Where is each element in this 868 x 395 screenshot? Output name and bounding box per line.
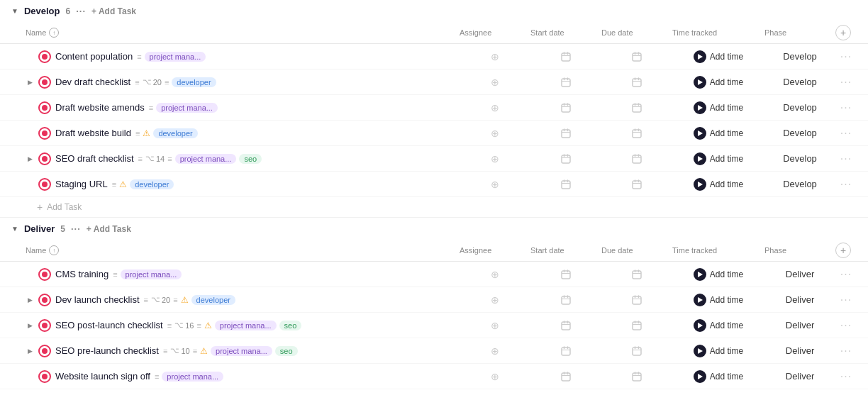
due-date-cell[interactable] bbox=[601, 269, 672, 279]
add-task-row-deliver[interactable]: + Add Task bbox=[0, 389, 868, 395]
section-more-deliver[interactable]: ··· bbox=[71, 223, 81, 234]
expand-button[interactable]: ▶ bbox=[26, 296, 34, 304]
tag-green[interactable]: seo bbox=[239, 154, 262, 164]
expand-button[interactable]: ▶ bbox=[26, 321, 34, 330]
phase-cell[interactable]: Deliver bbox=[764, 345, 835, 356]
calendar-icon[interactable] bbox=[561, 154, 571, 164]
more-options-cell[interactable]: ··· bbox=[835, 268, 857, 281]
add-column-btn-deliver[interactable]: + bbox=[835, 243, 857, 258]
phase-cell[interactable]: Develop bbox=[764, 77, 835, 87]
task-status-icon[interactable] bbox=[38, 345, 51, 357]
start-date-cell[interactable] bbox=[530, 372, 601, 382]
tag-green[interactable]: seo bbox=[279, 321, 302, 330]
more-options-cell[interactable]: ··· bbox=[835, 178, 857, 191]
add-assignee-icon[interactable]: ⊕ bbox=[491, 345, 499, 357]
tag-purple[interactable]: project mana... bbox=[121, 269, 182, 279]
more-options-cell[interactable]: ··· bbox=[835, 50, 857, 63]
calendar-icon[interactable] bbox=[561, 179, 571, 189]
calendar-icon[interactable] bbox=[561, 77, 571, 87]
more-options-cell[interactable]: ··· bbox=[835, 101, 857, 114]
time-tracked-cell[interactable]: Add time bbox=[672, 345, 764, 357]
add-time-button[interactable]: Add time bbox=[694, 50, 743, 63]
add-assignee-icon[interactable]: ⊕ bbox=[491, 269, 499, 280]
tag-purple[interactable]: project mana... bbox=[145, 52, 206, 62]
start-date-cell[interactable] bbox=[530, 346, 601, 356]
more-options-cell[interactable]: ··· bbox=[835, 370, 857, 383]
assignee-cell[interactable]: ⊕ bbox=[460, 371, 530, 382]
more-options-button[interactable]: ··· bbox=[840, 178, 852, 191]
more-options-cell[interactable]: ··· bbox=[835, 345, 857, 357]
task-status-icon[interactable] bbox=[38, 319, 51, 332]
expand-button[interactable]: ▶ bbox=[26, 155, 34, 163]
task-status-icon[interactable] bbox=[38, 101, 51, 114]
assignee-cell[interactable]: ⊕ bbox=[460, 294, 530, 306]
task-status-icon[interactable] bbox=[38, 50, 51, 63]
assignee-cell[interactable]: ⊕ bbox=[460, 320, 530, 331]
add-time-button[interactable]: Add time bbox=[694, 294, 743, 306]
due-date-cell[interactable] bbox=[601, 346, 672, 356]
calendar-icon[interactable] bbox=[561, 52, 571, 62]
task-status-icon[interactable] bbox=[38, 370, 51, 383]
calendar-icon[interactable] bbox=[632, 128, 642, 138]
more-options-cell[interactable]: ··· bbox=[835, 127, 857, 140]
due-date-cell[interactable] bbox=[601, 295, 672, 305]
assignee-cell[interactable]: ⊕ bbox=[460, 77, 530, 88]
assignee-cell[interactable]: ⊕ bbox=[460, 153, 530, 165]
phase-cell[interactable]: Develop bbox=[764, 102, 835, 113]
calendar-icon[interactable] bbox=[561, 295, 571, 305]
calendar-icon[interactable] bbox=[632, 269, 642, 279]
calendar-icon[interactable] bbox=[561, 103, 571, 113]
phase-cell[interactable]: Develop bbox=[764, 153, 835, 164]
task-status-icon[interactable] bbox=[38, 268, 51, 281]
start-date-cell[interactable] bbox=[530, 103, 601, 113]
time-tracked-cell[interactable]: Add time bbox=[672, 101, 764, 114]
more-options-button[interactable]: ··· bbox=[840, 345, 852, 357]
calendar-icon[interactable] bbox=[632, 321, 642, 330]
section-add-task-develop[interactable]: + Add Task bbox=[91, 6, 136, 16]
section-add-task-deliver[interactable]: + Add Task bbox=[87, 224, 131, 234]
calendar-icon[interactable] bbox=[632, 179, 642, 189]
more-options-button[interactable]: ··· bbox=[840, 268, 852, 281]
add-time-button[interactable]: Add time bbox=[694, 370, 743, 383]
due-date-cell[interactable] bbox=[601, 128, 672, 138]
calendar-icon[interactable] bbox=[632, 346, 642, 356]
phase-cell[interactable]: Deliver bbox=[764, 320, 835, 330]
calendar-icon[interactable] bbox=[632, 103, 642, 113]
more-options-button[interactable]: ··· bbox=[840, 319, 852, 332]
start-date-cell[interactable] bbox=[530, 321, 601, 330]
section-more-develop[interactable]: ··· bbox=[76, 6, 86, 16]
calendar-icon[interactable] bbox=[632, 154, 642, 164]
due-date-cell[interactable] bbox=[601, 179, 672, 189]
more-options-cell[interactable]: ··· bbox=[835, 152, 857, 165]
add-assignee-icon[interactable]: ⊕ bbox=[491, 153, 499, 165]
expand-button[interactable]: ▶ bbox=[26, 347, 34, 355]
add-assignee-icon[interactable]: ⊕ bbox=[491, 294, 499, 306]
time-tracked-cell[interactable]: Add time bbox=[672, 370, 764, 383]
more-options-cell[interactable]: ··· bbox=[835, 319, 857, 332]
add-time-button[interactable]: Add time bbox=[694, 127, 743, 140]
calendar-icon[interactable] bbox=[561, 346, 571, 356]
start-date-cell[interactable] bbox=[530, 52, 601, 62]
add-assignee-icon[interactable]: ⊕ bbox=[491, 102, 499, 113]
task-status-icon[interactable] bbox=[38, 178, 51, 191]
assignee-cell[interactable]: ⊕ bbox=[460, 128, 530, 139]
phase-cell[interactable]: Develop bbox=[764, 179, 835, 189]
task-status-icon[interactable] bbox=[38, 127, 51, 140]
task-status-icon[interactable] bbox=[38, 294, 51, 306]
add-assignee-icon[interactable]: ⊕ bbox=[491, 77, 499, 88]
add-time-button[interactable]: Add time bbox=[694, 178, 743, 191]
time-tracked-cell[interactable]: Add time bbox=[672, 294, 764, 306]
calendar-icon[interactable] bbox=[632, 77, 642, 87]
due-date-cell[interactable] bbox=[601, 77, 672, 87]
start-date-cell[interactable] bbox=[530, 179, 601, 189]
time-tracked-cell[interactable]: Add time bbox=[672, 268, 764, 281]
add-assignee-icon[interactable]: ⊕ bbox=[491, 128, 499, 139]
assignee-cell[interactable]: ⊕ bbox=[460, 179, 530, 190]
due-date-cell[interactable] bbox=[601, 154, 672, 164]
time-tracked-cell[interactable]: Add time bbox=[672, 127, 764, 140]
phase-cell[interactable]: Develop bbox=[764, 51, 835, 62]
assignee-cell[interactable]: ⊕ bbox=[460, 345, 530, 357]
tag-blue[interactable]: developer bbox=[153, 128, 197, 138]
calendar-icon[interactable] bbox=[561, 372, 571, 382]
start-date-cell[interactable] bbox=[530, 154, 601, 164]
